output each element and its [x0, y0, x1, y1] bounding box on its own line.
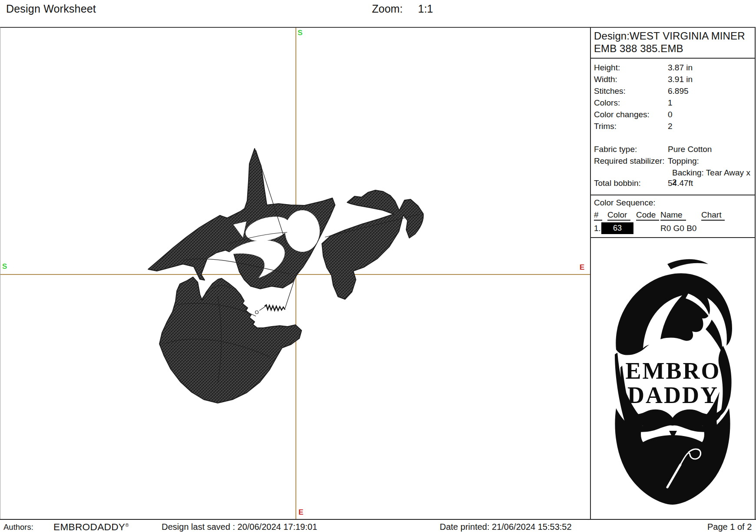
stabilizer-row-2: Backing: Tear Away x 2: [594, 168, 752, 178]
bobbin-row: Total bobbin: 54.47ft: [594, 178, 752, 190]
stat-label: Height:: [594, 63, 620, 72]
col-header-num: #: [594, 210, 602, 221]
stat-label: Stitches:: [594, 86, 626, 96]
zigzag-stitch: [265, 305, 285, 311]
registered-mark: ®: [125, 522, 129, 528]
stat-row-color-changes: Color changes: 0: [594, 110, 752, 122]
stat-value: 1: [668, 98, 673, 108]
stitch-region-east: [322, 190, 423, 299]
stabilizer-row: Required stabilizer: Topping:: [594, 156, 752, 168]
stat-value: 0: [668, 110, 673, 119]
trim-marker: [255, 311, 259, 314]
logo-line1: EMBRO: [625, 358, 720, 384]
stat-label: Width:: [594, 75, 617, 84]
embrodaddy-logo: EMBRO DADDY: [603, 256, 743, 508]
col-header-name: Name: [660, 210, 686, 221]
axis-start-label-left: S: [2, 262, 7, 271]
color-sequence-header: # Color Code Name Chart: [591, 210, 755, 221]
stat-label: Trims:: [594, 122, 617, 131]
stat-value: 6.895: [668, 86, 689, 96]
stat-value: 3.87 in: [668, 63, 693, 73]
color-sequence-row: 1. 63 R0 G0 B0: [591, 222, 755, 235]
fabric-type-row: Fabric type: Pure Cotton: [594, 145, 752, 156]
col-header-chart: Chart: [701, 210, 725, 221]
zoom-label: Zoom:: [372, 3, 403, 15]
logo-line2: DADDY: [627, 382, 719, 408]
stat-row-width: Width: 3.91 in: [594, 75, 752, 86]
authors-label: Authors:: [3, 522, 33, 532]
zoom-value: 1:1: [418, 3, 433, 15]
brand-text: EMBRODADDY: [53, 522, 125, 532]
design-canvas: S S E E: [0, 27, 590, 519]
stats-spacer: [594, 133, 752, 145]
stat-value: 3.91 in: [668, 75, 693, 84]
color-row-num: 1.: [594, 224, 601, 233]
embroidery-design: [0, 28, 590, 520]
col-header-code: Code: [636, 210, 659, 221]
axis-end-label-bottom: E: [298, 508, 303, 517]
fabric-type-label: Fabric type:: [594, 145, 637, 154]
axis-start-label-top: S: [298, 29, 302, 37]
stat-label: Color changes:: [594, 110, 650, 119]
stat-row-height: Height: 3.87 in: [594, 63, 752, 75]
stat-value: 2: [668, 122, 673, 131]
stat-row-stitches: Stitches: 6.895: [594, 86, 752, 98]
bobbin-value: 54.47ft: [668, 178, 693, 188]
stat-row-colors: Colors: 1: [594, 98, 752, 110]
design-name: Design:WEST VIRGINIA MINER EMB 388 385.E…: [591, 28, 755, 59]
color-row-name: R0 G0 B0: [660, 224, 696, 233]
stat-row-trims: Trims: 2: [594, 122, 752, 133]
last-saved-text: Design last saved : 20/06/2024 17:19:01: [162, 522, 317, 532]
brand-name: EMBRODADDY®: [53, 522, 129, 532]
stabilizer-value: Topping:: [668, 156, 699, 166]
design-stats: Height: 3.87 in Width: 3.91 in Stitches:…: [591, 59, 755, 195]
design-info-panel: Design:WEST VIRGINIA MINER EMB 388 385.E…: [590, 27, 756, 519]
col-header-color: Color: [607, 210, 630, 221]
white-head-area: [285, 210, 320, 252]
page-number: Page 1 of 2: [707, 522, 752, 532]
color-sequence: Color Sequence: # Color Code Name Chart …: [591, 195, 755, 238]
color-swatch: 63: [601, 222, 633, 234]
stabilizer-label: Required stabilizer:: [594, 156, 665, 165]
axis-end-label-right: E: [580, 263, 584, 272]
color-sequence-title: Color Sequence:: [594, 198, 752, 208]
fabric-type-value: Pure Cotton: [668, 145, 712, 154]
page-title: Design Worksheet: [6, 3, 96, 15]
brand-logo-area: EMBRO DADDY: [591, 238, 755, 510]
stat-label: Colors:: [594, 98, 620, 107]
footer: Authors: EMBRODADDY® Design last saved :…: [0, 519, 756, 532]
bobbin-label: Total bobbin:: [594, 178, 641, 188]
date-printed-text: Date printed: 21/06/2024 15:53:52: [440, 522, 572, 532]
